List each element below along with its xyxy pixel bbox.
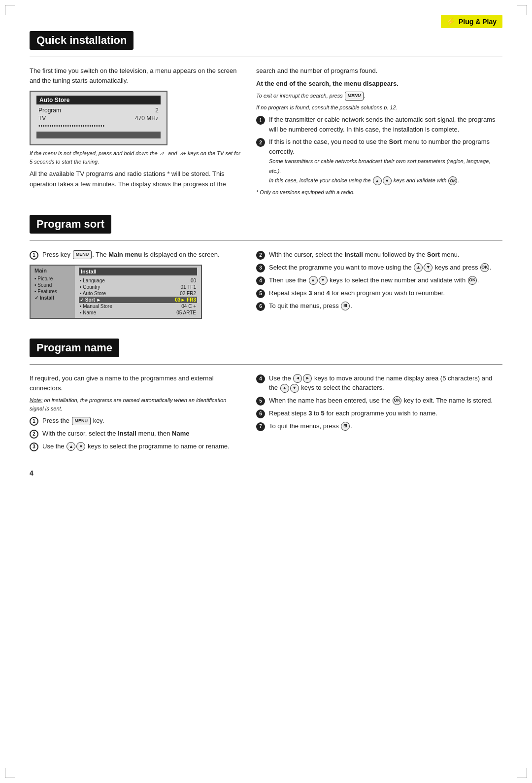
install-autostore: • Auto Store02 FR2 — [79, 290, 197, 297]
quick-installation-section: Quick installation The first time you sw… — [30, 31, 502, 200]
sort-steps-right: 2 With the cursor, select the Install me… — [256, 250, 502, 311]
left-key-n4: ◄ — [293, 374, 302, 383]
name-step-5: 5 When the name has been entered, use th… — [256, 396, 502, 406]
name-step-6: 6 Repeat steps 3 to 5 for each programme… — [256, 409, 502, 418]
plug-icon: ⚡ — [446, 17, 456, 26]
name-step-num-4: 4 — [256, 374, 265, 383]
name-step-num-6: 6 — [256, 409, 265, 418]
crop-mark-tl — [5, 5, 15, 15]
quick-install-right: search and the number of programs found.… — [256, 66, 502, 200]
name-step-5-content: When the name has been entered, use the … — [269, 396, 502, 406]
menu-left-panel: Main • Picture • Sound • Features ✓ Inst… — [31, 266, 75, 318]
name-step-3-content: Use the ▲▼ keys to select the programme … — [42, 442, 241, 451]
plug-play-bar: ⚡ Plug & Play — [30, 15, 502, 28]
sort-step-4: 4 Then use the ▲▼ keys to select the new… — [256, 275, 502, 285]
quick-install-left: The first time you switch on the televis… — [30, 66, 241, 200]
name-step-2-content: With the cursor, select the Install menu… — [42, 429, 241, 439]
name-step-num-1: 1 — [30, 417, 38, 426]
up-key-n4: ▲ — [280, 384, 289, 393]
down-key-n4: ▼ — [290, 384, 299, 393]
asterisk-note: * Only on versions equipped with a radio… — [256, 188, 502, 197]
install-language: • Language00 — [79, 277, 197, 284]
step-num-2: 2 — [256, 138, 265, 147]
right-key-n4: ► — [303, 374, 312, 383]
menu-features: • Features — [34, 288, 71, 295]
sort-step-1: 1 Press key MENU. The Main menu is displ… — [30, 250, 241, 260]
menu-key: MENU — [345, 92, 364, 101]
sort-right: 2 With the cursor, select the Install me… — [256, 250, 502, 324]
search-number-text: search and the number of programs found. — [256, 66, 502, 76]
program-row: Program 2 — [36, 106, 161, 114]
sort-step-2-content: With the cursor, select the Install menu… — [269, 250, 502, 260]
ok-key-s4: OK — [468, 276, 477, 285]
crop-mark-br — [517, 768, 527, 778]
program-label: Program — [38, 107, 61, 114]
ok-key-q: OK — [448, 176, 457, 185]
dots-row: •••••••••••••••••••••••••••••• — [36, 122, 161, 130]
sort-step-num-5: 5 — [256, 289, 265, 298]
name-step-6-content: Repeat steps 3 to 5 for each programme y… — [269, 409, 502, 418]
program-value: 2 — [155, 107, 159, 114]
up-key-s3: ▲ — [414, 263, 423, 272]
quit-key-n7: ⊞ — [341, 422, 350, 431]
menu-key-sort: MENU — [73, 250, 92, 259]
program-name-title: Program name — [30, 339, 119, 357]
name-step-num-5: 5 — [256, 397, 265, 406]
plug-play-badge: ⚡ Plug & Play — [441, 15, 502, 28]
up-key-q: ▲ — [373, 176, 382, 185]
sort-step-3-content: Select the programme you want to move us… — [269, 263, 502, 272]
program-sort-section: Program sort 1 Press key MENU. The Main … — [30, 215, 502, 324]
sort-step-num-4: 4 — [256, 276, 265, 285]
page-number: 4 — [30, 469, 502, 477]
menu-sound: • Sound — [34, 282, 71, 288]
ok-key-n5: OK — [393, 396, 401, 405]
name-right: 4 Use the ◄► keys to move around the nam… — [256, 374, 502, 454]
name-step-1: 1 Press the MENU key. — [30, 416, 241, 426]
up-key-n3: ▲ — [66, 442, 75, 451]
sort-step-num-3: 3 — [256, 264, 265, 272]
sort-step-2: 2 With the cursor, select the Install me… — [256, 250, 502, 260]
sort-step-3: 3 Select the programme you want to move … — [256, 263, 502, 272]
end-search-text: At the end of the search, the menu disap… — [256, 79, 502, 89]
menu-install: ✓ Install — [34, 295, 71, 301]
sort-step-6: 6 To quit the menus, press ⊞. — [256, 301, 502, 311]
program-sort-content: 1 Press key MENU. The Main menu is displ… — [30, 250, 502, 324]
menu-main-label: Main — [34, 268, 71, 273]
menu-right-panel: Install • Language00 • Country01 TF1 • A… — [75, 266, 201, 318]
program-name-section: Program name If required, you can give a… — [30, 339, 502, 454]
menu-key-name: MENU — [72, 417, 91, 426]
name-step-7: 7 To quit the menus, press ⊞. — [256, 421, 502, 431]
program-sort-title: Program sort — [30, 215, 111, 234]
name-step-3: 3 Use the ▲▼ keys to select the programm… — [30, 442, 241, 451]
name-step-num-2: 2 — [30, 430, 38, 439]
quick-step-2: 2 If this is not the case, you need to u… — [256, 137, 502, 185]
install-manualstore: • Manual Store04 C + — [79, 303, 197, 309]
section-divider — [30, 57, 502, 57]
name-intro: If required, you can give a name to the … — [30, 374, 241, 393]
sort-step-6-content: To quit the menus, press ⊞. — [269, 301, 502, 311]
name-step-4: 4 Use the ◄► keys to move around the nam… — [256, 374, 502, 393]
step-2-content: If this is not the case, you need to use… — [269, 137, 502, 185]
name-steps-right: 4 Use the ◄► keys to move around the nam… — [256, 374, 502, 431]
install-header: Install — [79, 268, 197, 275]
name-step-7-content: To quit the menus, press ⊞. — [269, 421, 502, 431]
name-step-num-3: 3 — [30, 443, 38, 451]
step-1-content: If the transmitter or cable network send… — [269, 115, 502, 134]
name-step-4-content: Use the ◄► keys to move around the name … — [269, 374, 502, 393]
progress-bar — [36, 132, 161, 138]
auto-store-screen: Auto Store Program 2 TV 470 MHz ••••••••… — [30, 91, 167, 145]
all-programs-note: All the available TV programs and radio … — [30, 169, 241, 189]
program-name-content: If required, you can give a name to the … — [30, 374, 502, 454]
sort-step-4-content: Then use the ▲▼ keys to select the new n… — [269, 275, 502, 285]
quit-key-s6: ⊞ — [341, 302, 350, 310]
sort-left: 1 Press key MENU. The Main menu is displ… — [30, 250, 241, 324]
section-divider-3 — [30, 364, 502, 365]
section-divider-2 — [30, 240, 502, 241]
plug-play-label: Plug & Play — [459, 18, 497, 26]
step-num-1: 1 — [256, 116, 265, 125]
menu-picture: • Picture — [34, 275, 71, 282]
name-left: If required, you can give a name to the … — [30, 374, 241, 454]
auto-store-header: Auto Store — [36, 96, 161, 104]
up-key-s4: ▲ — [309, 276, 318, 285]
name-step-2: 2 With the cursor, select the Install me… — [30, 429, 241, 439]
